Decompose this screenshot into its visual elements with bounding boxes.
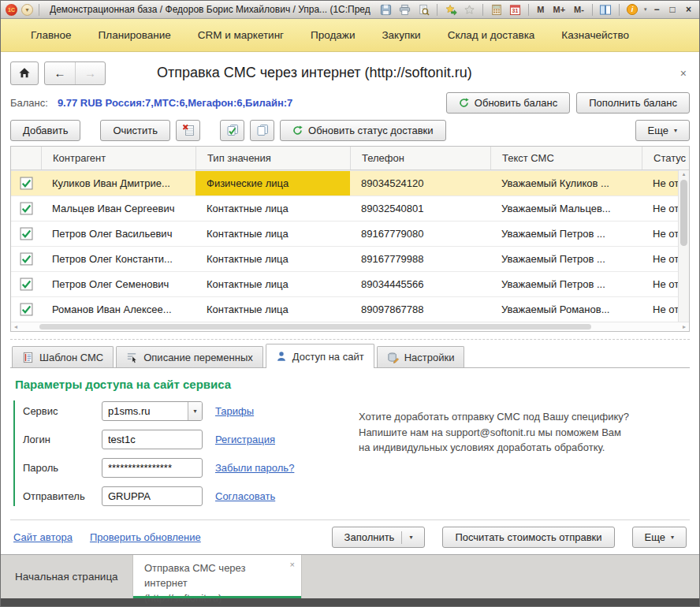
cell-phone[interactable]: 89034524120 xyxy=(350,171,490,196)
menu-crm-marketing[interactable]: CRM и маркетинг xyxy=(198,29,284,41)
cell-value-type[interactable]: Контактные лица xyxy=(195,196,350,221)
print-preview-icon[interactable] xyxy=(416,3,431,17)
row-checkbox[interactable] xyxy=(20,252,33,266)
menu-zakupki[interactable]: Закупки xyxy=(382,29,420,41)
scroll-up-icon[interactable]: ▴ xyxy=(679,171,689,177)
calculator-icon[interactable] xyxy=(489,3,504,17)
row-checkbox[interactable] xyxy=(20,202,33,215)
service-combobox[interactable]: p1sms.ru ▾ xyxy=(102,401,203,421)
horizontal-scrollbar[interactable]: ◂ ▸ xyxy=(11,322,689,331)
menu-sklad-dostavka[interactable]: Склад и доставка xyxy=(448,29,535,41)
sender-input[interactable] xyxy=(102,486,203,506)
add-favorite-icon[interactable] xyxy=(443,3,458,17)
cell-sms-text[interactable]: Уважаемый Петров ... xyxy=(490,222,642,246)
header-contractor[interactable]: Контрагент xyxy=(41,147,195,169)
row-checkbox[interactable] xyxy=(20,277,33,291)
cell-value-type[interactable]: Контактные лица xyxy=(195,297,350,322)
cell-phone[interactable]: 89032540801 xyxy=(350,196,490,221)
check-all-button[interactable] xyxy=(220,120,244,141)
fill-button[interactable]: Заполнить ▾ xyxy=(332,527,426,548)
table-row[interactable]: Петров Олег Семенович Контактные лица 89… xyxy=(11,271,689,296)
tab-sms-template[interactable]: Шаблон СМС xyxy=(12,346,114,367)
split-window-icon[interactable] xyxy=(598,3,613,17)
row-checkbox[interactable] xyxy=(20,227,33,240)
scroll-right-icon[interactable]: ▸ xyxy=(683,323,686,330)
table-row[interactable]: Куликов Иван Дмитрие... Физические лица … xyxy=(11,170,689,196)
forgot-password-link[interactable]: Забыли пароль? xyxy=(215,462,294,474)
registration-link[interactable]: Регистрация xyxy=(215,434,275,445)
cell-contractor[interactable]: Петров Олег Константи... xyxy=(41,247,195,271)
tab-settings[interactable]: Настройки xyxy=(377,346,465,367)
add-button[interactable]: Добавить xyxy=(10,120,80,141)
close-form-icon[interactable]: × xyxy=(680,67,687,80)
check-update-link[interactable]: Проверить обновление xyxy=(90,531,201,543)
close-window-button[interactable]: × xyxy=(683,4,694,15)
tariffs-link[interactable]: Тарифы xyxy=(215,405,254,417)
close-tab-icon[interactable]: × xyxy=(290,559,295,572)
cell-sms-text[interactable]: Уважаемый Мальцев... xyxy=(490,196,642,221)
forward-button[interactable]: → xyxy=(75,62,105,84)
info-icon[interactable]: i xyxy=(625,3,640,17)
vscroll-thumb[interactable] xyxy=(680,180,687,246)
header-status[interactable]: Статус xyxy=(642,147,689,169)
author-site-link[interactable]: Сайт автора xyxy=(13,531,73,543)
memory-plus-button[interactable]: M+ xyxy=(551,5,568,14)
tab-sms-form[interactable]: Отправка СМС через интернет (http://soft… xyxy=(133,555,302,598)
more-button-top[interactable]: Еще ▾ xyxy=(635,120,690,141)
memory-button[interactable]: M xyxy=(534,5,546,14)
row-checkbox[interactable] xyxy=(20,303,33,316)
info-caret-icon[interactable]: ▾ xyxy=(644,6,647,13)
memory-minus-button[interactable]: M- xyxy=(572,5,586,14)
home-button[interactable] xyxy=(10,61,39,85)
system-menu-icon[interactable]: ▾ xyxy=(21,4,33,16)
cell-contractor[interactable]: Петров Олег Семенович xyxy=(41,272,195,296)
table-row[interactable]: Мальцев Иван Сергеевич Контактные лица 8… xyxy=(11,196,689,221)
favorites-icon[interactable] xyxy=(462,3,477,17)
cell-value-type[interactable]: Контактные лица xyxy=(195,272,350,296)
save-icon[interactable] xyxy=(378,3,393,17)
tab-start-page[interactable]: Начальная страница xyxy=(1,555,133,598)
maximize-button[interactable]: □ xyxy=(667,4,679,15)
refresh-balance-button[interactable]: Обновить баланс xyxy=(446,92,570,114)
cell-sms-text[interactable]: Уважаемый Петров ... xyxy=(490,272,642,296)
header-phone[interactable]: Телефон xyxy=(350,147,490,169)
delete-rows-button[interactable] xyxy=(176,120,200,141)
refresh-status-button[interactable]: Обновить статус доставки xyxy=(280,120,446,141)
scroll-left-icon[interactable]: ◂ xyxy=(14,323,17,330)
cell-contractor[interactable]: Куликов Иван Дмитрие... xyxy=(41,171,195,196)
cell-sms-text[interactable]: Уважаемый Куликов ... xyxy=(490,171,642,196)
minimize-button[interactable]: − xyxy=(650,4,662,15)
header-value-type[interactable]: Тип значения xyxy=(195,147,350,169)
cell-phone[interactable]: 89167779080 xyxy=(350,222,490,246)
more-button-bottom[interactable]: Еще ▾ xyxy=(632,527,687,548)
menu-prodazhi[interactable]: Продажи xyxy=(311,29,355,41)
table-row[interactable]: Петров Олег Васильевич Контактные лица 8… xyxy=(11,221,689,246)
1c-logo-icon[interactable]: 1С xyxy=(6,4,17,16)
cell-contractor[interactable]: Петров Олег Васильевич xyxy=(41,222,195,246)
login-input[interactable] xyxy=(102,430,203,449)
menu-planirovanie[interactable]: Планирование xyxy=(99,29,171,41)
table-row[interactable]: Романов Иван Алексее... Контактные лица … xyxy=(11,296,689,322)
cell-contractor[interactable]: Мальцев Иван Сергеевич xyxy=(41,196,195,221)
cell-contractor[interactable]: Романов Иван Алексее... xyxy=(41,297,195,322)
tab-variables[interactable]: Описание переменных xyxy=(116,346,263,367)
calendar-icon[interactable]: 31 xyxy=(508,3,523,17)
header-sms-text[interactable]: Текст СМС xyxy=(490,147,642,169)
menu-glavnoe[interactable]: Главное xyxy=(31,29,72,41)
clear-button[interactable]: Очистить xyxy=(100,120,170,141)
cell-phone[interactable]: 89034445566 xyxy=(350,272,490,296)
vertical-scrollbar[interactable]: ▴ xyxy=(678,170,689,322)
print-icon[interactable] xyxy=(397,3,412,17)
cell-phone[interactable]: 89167779988 xyxy=(350,247,490,271)
cell-sms-text[interactable]: Уважаемый Романов... xyxy=(490,297,642,322)
cell-value-type[interactable]: Физические лица xyxy=(195,171,350,196)
cell-value-type[interactable]: Контактные лица xyxy=(195,222,350,246)
splitter[interactable] xyxy=(10,339,690,340)
chevron-down-icon[interactable]: ▾ xyxy=(188,402,202,420)
menu-kaznacheystvo[interactable]: Казначейство xyxy=(561,29,629,41)
hscroll-thumb[interactable] xyxy=(39,324,591,330)
topup-balance-button[interactable]: Пополнить баланс xyxy=(576,92,690,114)
tab-site-access[interactable]: Доступ на сайт xyxy=(266,344,374,368)
uncheck-all-button[interactable] xyxy=(250,120,274,141)
cell-sms-text[interactable]: Уважаемый Петров ... xyxy=(490,247,642,271)
